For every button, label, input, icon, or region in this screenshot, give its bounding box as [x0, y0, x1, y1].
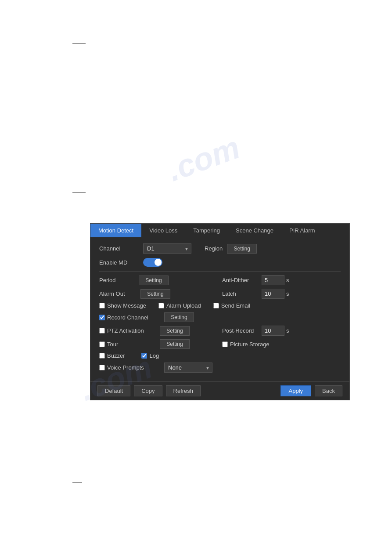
- antidither-input[interactable]: [262, 275, 284, 285]
- log-check-item[interactable]: Log: [141, 352, 159, 359]
- send-email-label: Send Email: [221, 302, 250, 309]
- postrecord-input[interactable]: [262, 326, 284, 336]
- ptz-setting-button[interactable]: Setting: [160, 326, 190, 336]
- voice-prompts-select[interactable]: None Option1 Option2: [164, 363, 212, 373]
- voice-prompts-row: Voice Prompts None Option1 Option2 ▼: [99, 363, 341, 373]
- msg-upload-email-row: Show Message Alarm Upload Send Email: [99, 302, 341, 309]
- antidither-label: Anti-Dither: [222, 277, 262, 283]
- postrecord-unit: s: [286, 327, 289, 334]
- channel-label: Channel: [99, 245, 143, 252]
- show-message-label: Show Message: [107, 302, 146, 309]
- voice-prompts-checkbox[interactable]: [99, 365, 105, 370]
- enable-md-row: Enable MD: [99, 258, 341, 267]
- antidither-input-wrap: s: [262, 275, 289, 285]
- default-button[interactable]: Default: [97, 385, 130, 396]
- postrecord-col: Post-Record s: [222, 326, 341, 336]
- alarm-upload-checkbox[interactable]: [158, 303, 164, 308]
- copy-button[interactable]: Copy: [134, 385, 162, 396]
- record-channel-checkbox[interactable]: [99, 315, 105, 320]
- buzzer-checkbox[interactable]: [99, 353, 105, 359]
- channel-select-wrap: D1 D2 D3 D4 ▼: [143, 243, 191, 254]
- tab-motion-detect[interactable]: Motion Detect: [90, 224, 141, 237]
- tour-setting-button[interactable]: Setting: [160, 339, 190, 349]
- latch-input[interactable]: [262, 289, 284, 299]
- picturestorage-col: Picture Storage: [222, 341, 341, 348]
- voice-prompts-label: Voice Prompts: [107, 364, 144, 371]
- show-message-check-item[interactable]: Show Message: [99, 302, 146, 309]
- tour-picturestorage-row: Tour Setting Picture Storage: [99, 339, 341, 349]
- buzzer-check-item[interactable]: Buzzer: [99, 352, 125, 359]
- tour-checkbox[interactable]: [99, 341, 105, 347]
- antidither-unit: s: [286, 277, 289, 283]
- channel-row: Channel D1 D2 D3 D4 ▼ Region Setting: [99, 243, 341, 254]
- enable-md-toggle[interactable]: [143, 258, 162, 267]
- tab-video-loss[interactable]: Video Loss: [141, 224, 185, 237]
- period-setting-button[interactable]: Setting: [139, 276, 169, 285]
- bottom-bar: Default Copy Refresh Apply Back: [90, 381, 349, 400]
- voice-prompts-check-item[interactable]: Voice Prompts: [99, 364, 156, 371]
- enable-md-label: Enable MD: [99, 259, 143, 266]
- ptz-activation-checkbox[interactable]: [99, 328, 105, 334]
- latch-unit: s: [286, 290, 289, 297]
- log-checkbox[interactable]: [141, 353, 147, 359]
- postrecord-input-wrap: s: [262, 326, 289, 336]
- latch-input-wrap: s: [262, 289, 289, 299]
- record-channel-label: Record Channel: [107, 314, 148, 321]
- voice-prompts-select-wrap: None Option1 Option2 ▼: [164, 363, 212, 373]
- record-channel-check-item[interactable]: Record Channel: [99, 314, 156, 321]
- latch-label: Latch: [222, 290, 262, 297]
- bottom-right-buttons: Apply Back: [281, 385, 342, 396]
- separator1: [99, 271, 341, 272]
- alarm-upload-label: Alarm Upload: [166, 302, 201, 309]
- antidither-col: Anti-Dither s: [222, 275, 341, 285]
- dash-decoration-mid: [72, 192, 86, 193]
- bottom-left-buttons: Default Copy Refresh: [97, 385, 201, 396]
- tab-pir-alarm[interactable]: PIR Alarm: [281, 224, 323, 237]
- period-label: Period: [99, 277, 139, 283]
- toggle-knob: [155, 259, 162, 266]
- dash-decoration-bot: [72, 482, 82, 483]
- panel-content: Channel D1 D2 D3 D4 ▼ Region Setting: [90, 237, 349, 381]
- refresh-button[interactable]: Refresh: [166, 385, 201, 396]
- region-section: Region Setting: [205, 244, 257, 254]
- alarmout-col: Alarm Out Setting: [99, 289, 218, 299]
- region-setting-button[interactable]: Setting: [227, 244, 257, 254]
- picture-storage-label: Picture Storage: [230, 341, 270, 348]
- tour-check-item[interactable]: Tour: [99, 341, 152, 348]
- latch-col: Latch s: [222, 289, 341, 299]
- send-email-check-item[interactable]: Send Email: [213, 302, 250, 309]
- period-antidither-row: Period Setting Anti-Dither s: [99, 275, 341, 285]
- dash-decoration-top: [72, 43, 86, 44]
- buzzer-log-row: Buzzer Log: [99, 352, 341, 359]
- send-email-checkbox[interactable]: [213, 303, 219, 308]
- tab-scene-change[interactable]: Scene Change: [228, 224, 281, 237]
- tab-tampering[interactable]: Tampering: [185, 224, 228, 237]
- show-message-checkbox[interactable]: [99, 303, 105, 308]
- main-panel: Motion Detect Video Loss Tampering Scene…: [90, 223, 350, 400]
- region-label: Region: [205, 245, 223, 252]
- record-channel-setting-button[interactable]: Setting: [164, 312, 194, 322]
- ptz-check-item[interactable]: PTZ Activation: [99, 327, 152, 334]
- ptz-col: PTZ Activation Setting: [99, 326, 218, 336]
- period-col: Period Setting: [99, 276, 218, 285]
- back-button[interactable]: Back: [315, 385, 342, 396]
- alarmout-label: Alarm Out: [99, 290, 139, 297]
- ptz-postrecord-row: PTZ Activation Setting Post-Record s: [99, 326, 341, 336]
- ptz-label: PTZ Activation: [107, 327, 144, 334]
- record-channel-row: Record Channel Setting: [99, 312, 341, 322]
- postrecord-label: Post-Record: [222, 327, 262, 334]
- buzzer-label: Buzzer: [107, 352, 125, 359]
- apply-button[interactable]: Apply: [281, 385, 312, 396]
- picture-storage-checkbox[interactable]: [222, 341, 228, 347]
- tour-label: Tour: [107, 341, 118, 348]
- picture-storage-check-item[interactable]: Picture Storage: [222, 341, 270, 348]
- watermark1: .com: [163, 129, 245, 189]
- tab-bar: Motion Detect Video Loss Tampering Scene…: [90, 224, 349, 237]
- tour-col: Tour Setting: [99, 339, 218, 349]
- channel-select[interactable]: D1 D2 D3 D4: [143, 243, 191, 254]
- alarmout-latch-row: Alarm Out Setting Latch s: [99, 289, 341, 299]
- alarm-upload-check-item[interactable]: Alarm Upload: [158, 302, 201, 309]
- alarmout-setting-button[interactable]: Setting: [140, 289, 170, 299]
- log-label: Log: [149, 352, 159, 359]
